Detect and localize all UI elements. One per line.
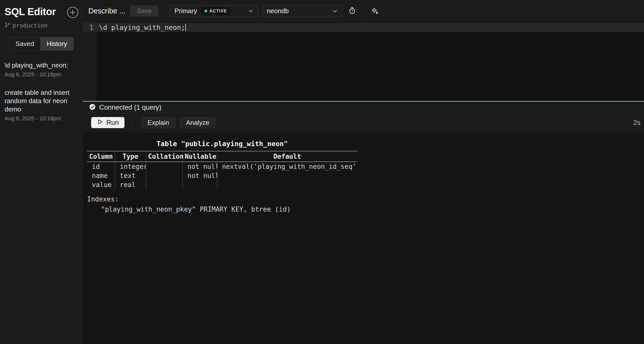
results-cell [146, 162, 183, 171]
results-cell: text [115, 171, 146, 180]
results-panel: Table "public.playing_with_neon" ColumnT… [83, 132, 644, 344]
results-table-wrap: Table "public.playing_with_neon" ColumnT… [87, 140, 357, 189]
results-cell: value [87, 180, 115, 189]
query-duration: 2s [633, 119, 641, 127]
sidebar: SQL Editor production SavedHistory \d pl… [0, 0, 83, 344]
index-line: "playing_with_neon_pkey" PRIMARY KEY, bt… [87, 205, 639, 213]
plus-circle-icon [67, 7, 79, 19]
code-text: \d playing_with_neon; [99, 24, 185, 31]
history-item-timestamp: Aug 6, 2025 - 10:18pm [5, 71, 78, 78]
toolbar-divider [133, 118, 133, 127]
header-divider [362, 0, 362, 22]
database-selector[interactable]: neondb [262, 5, 343, 17]
results-table: ColumnTypeCollationNullableDefault idint… [87, 151, 357, 189]
editor-header: Describe ... Save Primary ACTIVE neondb [83, 0, 644, 22]
sidebar-header: SQL Editor [0, 0, 83, 19]
run-button-label: Run [106, 119, 119, 127]
tab-saved[interactable]: Saved [9, 37, 40, 50]
query-history-button[interactable] [346, 5, 358, 17]
line-number: 1 [83, 24, 97, 31]
sidebar-tabs: SavedHistory [9, 37, 74, 51]
results-column-header: Column [87, 151, 115, 162]
save-button[interactable]: Save [130, 6, 159, 17]
database-selector-label: neondb [267, 7, 289, 15]
header-divider [164, 0, 164, 22]
history-item-title: create table and insert random data for … [5, 88, 78, 113]
sparkles-icon [371, 7, 379, 15]
history-item-title: \d playing_with_neon; [5, 61, 78, 70]
results-column-header: Default [217, 151, 357, 162]
history-item[interactable]: \d playing_with_neon;Aug 6, 2025 - 10:18… [5, 61, 78, 78]
results-column-header: Nullable [183, 151, 217, 162]
ai-assist-button[interactable] [369, 5, 381, 17]
results-cell [146, 180, 183, 189]
results-column-header: Type [115, 151, 146, 162]
results-cell [217, 171, 357, 180]
branch-indicator: production [0, 19, 83, 29]
check-circle-icon [89, 103, 96, 111]
results-cell [146, 171, 183, 180]
results-header-row: ColumnTypeCollationNullableDefault [87, 151, 357, 162]
results-body: idintegernot nullnextval('playing_with_n… [87, 162, 357, 189]
results-cell: real [115, 180, 146, 189]
results-cell: id [87, 162, 115, 171]
results-row: nametextnot null [87, 171, 357, 180]
branch-selector-label: Primary [174, 7, 197, 15]
analyze-button[interactable]: Analyze [180, 117, 216, 128]
chevron-down-icon [332, 8, 338, 14]
git-branch-icon [5, 22, 10, 29]
tab-history[interactable]: History [40, 37, 73, 50]
explain-button[interactable]: Explain [141, 117, 175, 128]
text-cursor [185, 24, 186, 31]
history-item-timestamp: Aug 6, 2025 - 10:18pm [5, 115, 78, 122]
branch-name: production [13, 22, 47, 29]
editor-gutter [83, 22, 97, 101]
sql-editor-app: SQL Editor production SavedHistory \d pl… [0, 0, 644, 344]
branch-status-label: ACTIVE [210, 9, 227, 14]
indexes-section: Indexes: "playing_with_neon_pkey" PRIMAR… [87, 195, 639, 213]
results-row: valuereal [87, 180, 357, 189]
timer-icon [348, 7, 356, 15]
indexes-label: Indexes: [87, 195, 639, 203]
connection-status-bar: Connected (1 query) [83, 102, 644, 113]
results-column-header: Collation [146, 151, 183, 162]
results-cell [217, 180, 357, 189]
results-cell: nextval('playing_with_neon_id_seq'::regc… [217, 162, 357, 171]
query-toolbar: Run Explain Analyze 2s [83, 113, 644, 132]
main-panel: Describe ... Save Primary ACTIVE neondb [83, 0, 644, 344]
code-line[interactable]: 1 \d playing_with_neon; [83, 23, 644, 32]
results-table-title: Table "public.playing_with_neon" [87, 140, 357, 148]
new-query-button[interactable] [67, 7, 79, 19]
results-cell [183, 180, 217, 189]
results-cell: not null [183, 162, 217, 171]
history-item[interactable]: create table and insert random data for … [5, 88, 78, 122]
page-title: SQL Editor [5, 6, 56, 17]
chevron-down-icon [248, 8, 254, 14]
sql-code-editor[interactable]: 1 \d playing_with_neon; [83, 22, 644, 101]
branch-status-badge: ACTIVE [201, 7, 231, 15]
results-cell: not null [183, 171, 217, 180]
query-title: Describe ... [88, 7, 125, 15]
indexes-lines: "playing_with_neon_pkey" PRIMARY KEY, bt… [87, 205, 639, 213]
play-icon [97, 119, 103, 127]
active-status-dot [204, 10, 207, 12]
results-cell: name [87, 171, 115, 180]
branch-selector[interactable]: Primary ACTIVE [170, 5, 258, 17]
history-list: \d playing_with_neon;Aug 6, 2025 - 10:18… [0, 51, 83, 122]
results-row: idintegernot nullnextval('playing_with_n… [87, 162, 357, 171]
results-cell: integer [115, 162, 146, 171]
connection-status-text: Connected (1 query) [99, 104, 161, 111]
run-button[interactable]: Run [91, 117, 124, 128]
